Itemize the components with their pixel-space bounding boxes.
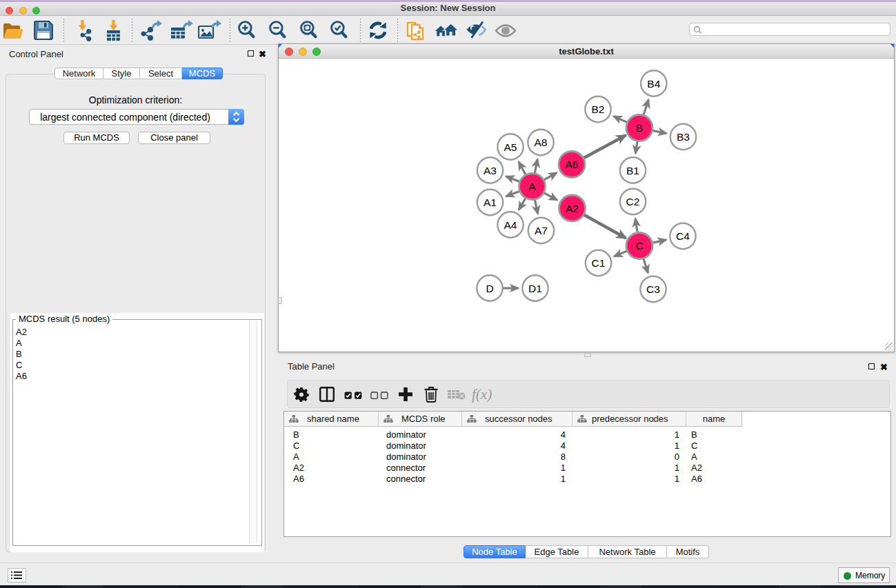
svg-text:C1: C1: [592, 257, 606, 269]
svg-text:C4: C4: [676, 230, 690, 242]
svg-text:A3: A3: [484, 165, 497, 176]
svg-text:B1: B1: [626, 165, 639, 176]
svg-text:A5: A5: [504, 141, 517, 153]
svg-text:D1: D1: [528, 283, 542, 294]
svg-text:C: C: [635, 240, 643, 252]
svg-text:B: B: [636, 122, 643, 134]
svg-text:C2: C2: [626, 196, 640, 207]
svg-text:B3: B3: [677, 131, 690, 143]
svg-text:A7: A7: [535, 225, 548, 236]
svg-text:A6: A6: [566, 159, 579, 170]
svg-text:A2: A2: [566, 203, 579, 214]
svg-text:A8: A8: [535, 136, 548, 148]
svg-text:A: A: [528, 181, 536, 192]
svg-text:B2: B2: [592, 103, 605, 115]
svg-text:C3: C3: [646, 283, 660, 295]
svg-text:A1: A1: [484, 196, 497, 208]
svg-text:A4: A4: [504, 219, 517, 231]
svg-text:D: D: [486, 283, 493, 294]
svg-text:B4: B4: [647, 78, 660, 90]
